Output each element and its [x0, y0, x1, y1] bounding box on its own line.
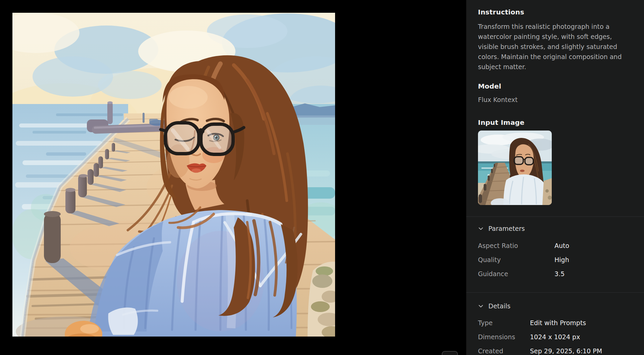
instructions-text: Transform this realistic photograph into… — [478, 21, 630, 72]
detail-row: Type Edit with Prompts — [478, 318, 630, 328]
toolbar-peek-button[interactable] — [442, 351, 458, 355]
input-image-heading: Input Image — [478, 117, 630, 128]
model-value: Flux Kontext — [478, 95, 630, 105]
details-section-title: Details — [488, 301, 511, 311]
details-section: Details Type Edit with Prompts Dimension… — [478, 293, 630, 355]
detail-value: 1024 x 1024 px — [530, 332, 630, 342]
input-image-thumbnail[interactable] — [478, 131, 552, 205]
generated-image — [12, 13, 335, 337]
parameter-value: 3.5 — [554, 269, 630, 279]
details-section-toggle[interactable]: Details — [478, 301, 511, 311]
input-image-photo — [478, 131, 552, 205]
image-viewer-canvas — [0, 0, 466, 355]
model-heading: Model — [478, 81, 630, 91]
parameter-label: Aspect Ratio — [478, 241, 554, 251]
detail-label: Created — [478, 346, 530, 355]
parameters-rows: Aspect Ratio Auto Quality High Guidance … — [478, 241, 630, 279]
parameter-label: Guidance — [478, 269, 554, 279]
chevron-down-icon — [478, 303, 484, 309]
chevron-down-icon — [478, 226, 484, 232]
detail-value: Edit with Prompts — [530, 318, 630, 328]
detail-row: Created Sep 29, 2025, 6:10 PM — [478, 346, 630, 355]
parameter-row: Aspect Ratio Auto — [478, 241, 630, 251]
parameter-label: Quality — [478, 255, 554, 265]
parameter-row: Quality High — [478, 255, 630, 265]
detail-value: Sep 29, 2025, 6:10 PM — [530, 346, 630, 355]
app-window: Instructions Transform this realistic ph… — [0, 0, 644, 355]
parameter-row: Guidance 3.5 — [478, 269, 630, 279]
detail-label: Type — [478, 318, 530, 328]
parameter-value: Auto — [554, 241, 630, 251]
parameters-section: Parameters Aspect Ratio Auto Quality Hig… — [478, 217, 630, 288]
parameters-section-toggle[interactable]: Parameters — [478, 224, 525, 233]
details-rows: Type Edit with Prompts Dimensions 1024 x… — [478, 318, 630, 355]
detail-row: Dimensions 1024 x 1024 px — [478, 332, 630, 342]
detail-label: Dimensions — [478, 332, 530, 342]
details-panel: Instructions Transform this realistic ph… — [466, 0, 644, 355]
parameters-section-title: Parameters — [488, 224, 525, 233]
instructions-heading: Instructions — [478, 7, 630, 17]
parameter-value: High — [554, 255, 630, 265]
